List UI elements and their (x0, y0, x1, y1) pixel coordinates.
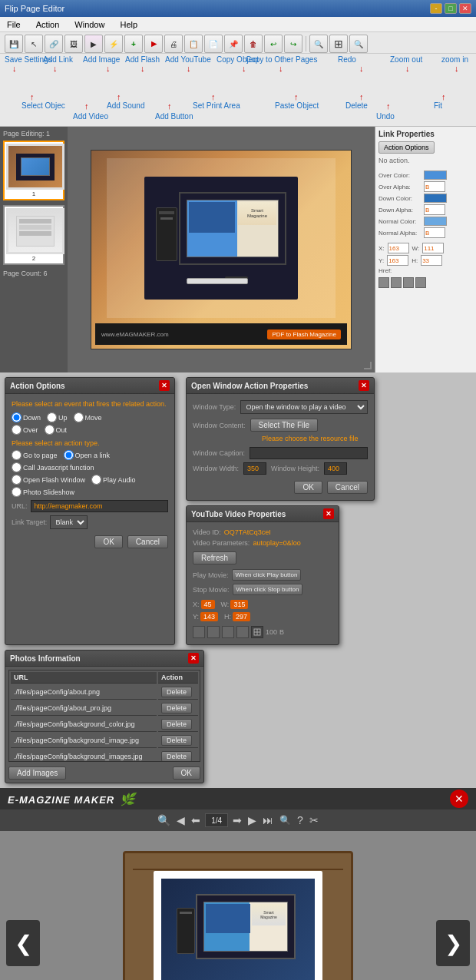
help-ctrl[interactable]: ? (296, 814, 305, 826)
stop-movie-btn[interactable]: When click Stop button (233, 584, 303, 595)
action-options-close[interactable]: ✕ (159, 380, 170, 391)
icon4[interactable] (415, 277, 426, 288)
photos-close[interactable]: ✕ (188, 653, 199, 664)
play-movie-btn[interactable]: When click Play button (232, 569, 302, 581)
step-back-ctrl[interactable]: ⬅ (190, 814, 202, 826)
prev-ctrl[interactable]: ◀ (175, 814, 187, 826)
event-out[interactable]: Out (45, 425, 68, 435)
action-openflash[interactable]: Open Flash Window (12, 475, 85, 485)
page-thumb-1[interactable]: 1 (3, 141, 64, 200)
step-fwd-ctrl[interactable]: ➡ (231, 814, 243, 826)
zoomin-btn[interactable]: 🔍 (349, 35, 368, 53)
paste-btn[interactable]: 📌 (224, 35, 243, 53)
refresh-btn[interactable]: Refresh (193, 551, 236, 564)
action-cancel-btn[interactable]: Cancel (127, 535, 168, 548)
link-btn[interactable]: 🔗 (45, 35, 63, 53)
down-color-swatch[interactable] (424, 194, 447, 203)
y-input[interactable] (387, 255, 408, 266)
url-input[interactable] (31, 500, 168, 512)
page-thumb-2[interactable]: 2 (3, 205, 64, 265)
crop-ctrl[interactable]: ✂ (308, 814, 320, 826)
image-btn[interactable]: 🖼 (64, 35, 83, 53)
action-openlink[interactable]: Open a link (64, 450, 111, 460)
down-alpha-input[interactable] (424, 204, 445, 215)
copy-other-btn[interactable]: 📋 (184, 35, 203, 53)
event-down[interactable]: Down (12, 412, 41, 422)
save-btn[interactable]: 💾 (5, 35, 23, 53)
youtube-header: YouTube Video Properties ✕ (187, 506, 339, 522)
delete-photo-3[interactable]: Delete (161, 719, 192, 730)
menu-window[interactable]: Window (71, 18, 108, 31)
print-btn[interactable]: 🖨 (164, 35, 183, 53)
viewer-logo-leaf: 🌿 (120, 793, 135, 806)
add-images-btn[interactable]: Add Images (8, 766, 66, 780)
maximize-btn[interactable]: □ (445, 3, 457, 14)
event-move[interactable]: Move (74, 412, 102, 422)
next-ctrl[interactable]: ▶ (246, 814, 258, 826)
copy-obj-btn[interactable]: 📄 (204, 35, 223, 53)
yt-icon5[interactable] (251, 626, 263, 638)
select-btn[interactable]: ↖ (25, 35, 43, 53)
action-gotopage[interactable]: Go to page (12, 450, 58, 460)
over-alpha-input[interactable] (424, 181, 445, 192)
yt-icon3[interactable] (222, 626, 234, 638)
window-width-input[interactable] (243, 462, 266, 475)
window-height-input[interactable] (324, 462, 347, 475)
normal-color-swatch[interactable] (424, 217, 447, 226)
select-file-btn[interactable]: Select The File (250, 419, 319, 432)
event-over[interactable]: Over (12, 425, 38, 435)
delete-btn[interactable]: 🗑 (244, 35, 263, 53)
delete-photo-5[interactable]: Delete (161, 751, 192, 762)
photos-ok-btn[interactable]: OK (173, 766, 200, 780)
video-btn[interactable]: ▶ (84, 35, 103, 53)
add-btn[interactable]: + (124, 35, 143, 53)
event-up[interactable]: Up (47, 412, 68, 422)
yt-icon2[interactable] (207, 626, 220, 638)
normal-alpha-input[interactable] (424, 227, 445, 238)
icon1[interactable] (378, 277, 389, 288)
zoom-out-ctrl[interactable]: 🔍 (278, 815, 293, 826)
viewer-nav-right[interactable]: ❯ (436, 920, 470, 966)
x-input[interactable] (388, 243, 409, 253)
yt-icon4[interactable] (236, 626, 249, 638)
delete-photo-2[interactable]: Delete (161, 703, 192, 713)
open-window-close[interactable]: ✕ (359, 380, 369, 391)
window-caption-input[interactable] (250, 447, 368, 459)
action-ok-btn[interactable]: OK (94, 535, 122, 548)
action-calljs[interactable]: Call Javascript function (12, 462, 94, 472)
minimize-btn[interactable]: - (430, 3, 442, 14)
youtube-close[interactable]: ✕ (323, 508, 334, 519)
delete-photo-1[interactable]: Delete (161, 687, 192, 697)
redo-btn[interactable]: ↪ (284, 35, 302, 53)
viewer-nav-left[interactable]: ❮ (6, 920, 40, 966)
delete-photo-4[interactable]: Delete (161, 735, 192, 746)
close-btn[interactable]: ✕ (459, 3, 471, 14)
youtube-btn[interactable]: ▶ (144, 35, 163, 53)
zoomout-btn[interactable]: 🔍 (309, 35, 328, 53)
last-ctrl[interactable]: ⏭ (261, 814, 275, 826)
w-label: W: (412, 245, 420, 252)
h-input[interactable] (421, 255, 442, 266)
icon2[interactable] (391, 277, 402, 288)
fit-btn[interactable]: ⊞ (329, 35, 348, 53)
menu-help[interactable]: Help (116, 18, 141, 31)
link-target-select[interactable]: Blank Self (50, 515, 88, 529)
flash-btn[interactable]: ⚡ (104, 35, 123, 53)
yt-icon1[interactable] (193, 626, 205, 638)
open-window-cancel-btn[interactable]: Cancel (327, 481, 368, 494)
action-slideshow[interactable]: Photo Slideshow (12, 487, 74, 497)
zoom-in-ctrl[interactable]: 🔍 (156, 814, 172, 826)
over-color-swatch[interactable] (424, 171, 447, 180)
open-window-ok-btn[interactable]: OK (294, 481, 322, 494)
action-options-btn[interactable]: Action Options (378, 141, 435, 154)
icon3[interactable] (403, 277, 414, 288)
menu-action[interactable]: Action (32, 18, 64, 31)
resize-handle[interactable] (364, 362, 372, 369)
action-radio-4: Photo Slideshow (12, 487, 168, 497)
action-playaudio[interactable]: Play Audio (91, 475, 136, 485)
menu-file[interactable]: File (3, 18, 25, 31)
window-type-select[interactable]: Open the window to play a video (240, 400, 368, 414)
viewer-close-btn[interactable]: ✕ (450, 790, 468, 808)
undo-btn[interactable]: ↩ (264, 35, 283, 53)
w-input[interactable] (422, 243, 444, 253)
